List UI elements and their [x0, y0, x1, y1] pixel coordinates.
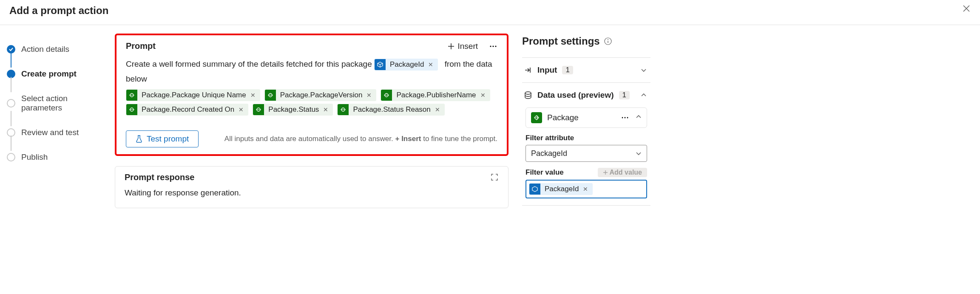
table-icon: [381, 90, 392, 101]
token-label: PackageId: [540, 185, 583, 193]
token-remove-icon[interactable]: ✕: [583, 186, 592, 192]
filter-attribute-value: PackageId: [531, 149, 567, 158]
input-accordion[interactable]: Input 1: [522, 57, 650, 82]
svg-point-2: [495, 45, 496, 47]
token-remove-icon[interactable]: ✕: [366, 92, 376, 99]
center-column: Prompt Insert Create a well formed summa…: [111, 25, 519, 218]
step-action-details[interactable]: Action details: [7, 37, 102, 62]
chevron-up-icon: [640, 92, 647, 99]
data-token[interactable]: Package.Status✕: [253, 104, 333, 116]
data-token[interactable]: Package.PublisherName✕: [381, 89, 490, 101]
step-label: Action details: [21, 45, 69, 54]
table-icon: [265, 90, 276, 101]
step-label: Select action parameters: [21, 94, 102, 113]
table-icon: [253, 104, 264, 115]
svg-point-14: [625, 117, 626, 119]
data-used-accordion[interactable]: Data used (preview) 1 Package: [522, 82, 650, 206]
prompt-settings-panel: Prompt settings Input 1: [519, 25, 659, 218]
step-pending-icon: [7, 99, 15, 107]
prompt-card-title: Prompt: [126, 41, 156, 51]
prompt-editor[interactable]: Create a well formed summary of the deta…: [116, 55, 507, 124]
more-icon[interactable]: [621, 114, 629, 122]
step-review-test[interactable]: Review and test: [7, 120, 102, 145]
chevron-down-icon: [636, 150, 642, 156]
data-item-package[interactable]: Package: [526, 107, 647, 128]
input-label: Input: [537, 65, 557, 75]
insert-label: Insert: [457, 42, 478, 51]
token-remove-icon[interactable]: ✕: [250, 92, 260, 99]
table-icon: [531, 112, 542, 123]
prompt-text-before: Create a well formed summary of the deta…: [126, 59, 372, 68]
step-pending-icon: [7, 153, 15, 161]
filter-value-token[interactable]: PackageId ✕: [529, 183, 593, 195]
step-select-parameters[interactable]: Select action parameters: [7, 86, 102, 120]
svg-point-11: [525, 92, 531, 94]
variable-icon: [529, 184, 540, 195]
data-used-body: Package Filter attribute PackageId Filte…: [522, 107, 650, 205]
more-icon[interactable]: [489, 42, 497, 51]
settings-title: Prompt settings: [522, 35, 650, 47]
table-icon: [338, 104, 349, 115]
filter-attribute-select[interactable]: PackageId: [526, 145, 647, 162]
step-label: Create prompt: [21, 69, 77, 79]
prompt-response-card: Prompt response Waiting for response gen…: [115, 166, 508, 208]
expand-icon[interactable]: [490, 173, 499, 181]
data-token[interactable]: Package.Status Reason✕: [337, 104, 444, 116]
step-label: Publish: [21, 153, 48, 162]
plus-icon: [603, 170, 608, 175]
test-prompt-label: Test prompt: [147, 134, 189, 144]
svg-point-10: [608, 39, 608, 40]
insert-button[interactable]: Insert: [447, 42, 478, 51]
data-token[interactable]: Package.PackageVersion✕: [264, 89, 377, 101]
svg-point-15: [627, 117, 628, 119]
token-packageid[interactable]: PackageId ✕: [374, 59, 438, 71]
input-icon: [524, 66, 532, 74]
dialog-header: Add a prompt action: [0, 0, 980, 21]
step-publish[interactable]: Publish: [7, 145, 102, 170]
token-remove-icon[interactable]: ✕: [480, 92, 490, 99]
plus-icon: [447, 42, 455, 50]
beaker-icon: [136, 135, 142, 143]
dialog-title: Add a prompt action: [9, 5, 108, 17]
response-body: Waiting for response generation.: [115, 182, 508, 208]
chevron-up-icon[interactable]: [636, 114, 642, 122]
info-icon[interactable]: [604, 37, 612, 45]
variable-icon: [375, 59, 386, 70]
test-prompt-button[interactable]: Test prompt: [126, 130, 199, 147]
token-remove-icon[interactable]: ✕: [428, 57, 437, 72]
data-token[interactable]: Package.Record Created On✕: [126, 104, 248, 116]
token-label: Package.Record Created On: [137, 105, 239, 114]
token-label: PackageId: [386, 57, 428, 72]
database-icon: [524, 91, 532, 99]
step-label: Review and test: [21, 128, 79, 137]
prompt-tokens-row: Package.Package Unique Name✕Package.Pack…: [126, 88, 497, 117]
response-card-title: Prompt response: [125, 172, 194, 182]
wizard-stepper: Action details Create prompt Select acti…: [0, 25, 111, 218]
prompt-hint: All inputs and data are automatically us…: [224, 135, 497, 143]
chevron-down-icon: [640, 67, 647, 74]
svg-point-13: [622, 117, 623, 119]
table-icon: [126, 90, 137, 101]
prompt-card: Prompt Insert Create a well formed summa…: [115, 34, 508, 156]
token-remove-icon[interactable]: ✕: [239, 106, 248, 113]
token-label: Package.PublisherName: [392, 91, 480, 99]
token-remove-icon[interactable]: ✕: [435, 106, 444, 113]
input-count-badge: 1: [562, 66, 573, 74]
token-label: Package.PackageVersion: [276, 91, 367, 99]
token-remove-icon[interactable]: ✕: [323, 106, 332, 113]
filter-value-label: Filter value: [526, 168, 564, 177]
filter-value-input[interactable]: PackageId ✕: [526, 180, 647, 198]
data-item-label: Package: [547, 113, 579, 122]
data-used-count-badge: 1: [619, 91, 630, 99]
step-create-prompt[interactable]: Create prompt: [7, 62, 102, 86]
token-label: Package.Status: [264, 105, 323, 114]
table-icon: [126, 104, 137, 115]
svg-point-0: [490, 45, 491, 47]
token-label: Package.Status Reason: [349, 105, 435, 114]
add-value-button[interactable]: Add value: [598, 168, 647, 177]
data-token[interactable]: Package.Package Unique Name✕: [126, 89, 260, 101]
svg-point-1: [492, 45, 494, 47]
data-used-label: Data used (preview): [537, 90, 614, 100]
close-icon[interactable]: [962, 4, 971, 13]
token-label: Package.Package Unique Name: [137, 91, 250, 99]
